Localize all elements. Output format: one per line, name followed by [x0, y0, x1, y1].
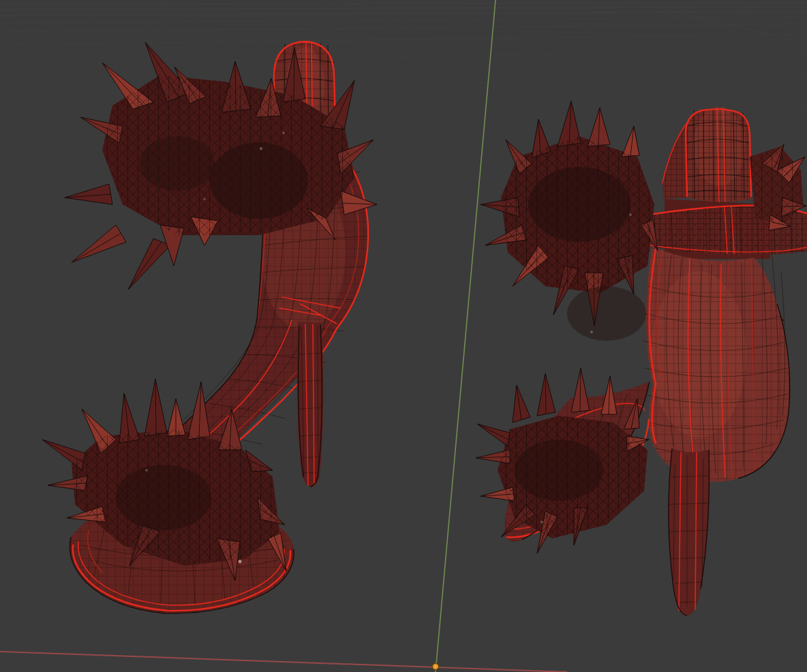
origin-dot[interactable] [433, 664, 439, 670]
left-heel-spike [297, 322, 324, 487]
3d-viewport[interactable] [0, 0, 807, 672]
right-shoe-body [643, 247, 790, 483]
viewport-canvas[interactable] [0, 0, 807, 672]
